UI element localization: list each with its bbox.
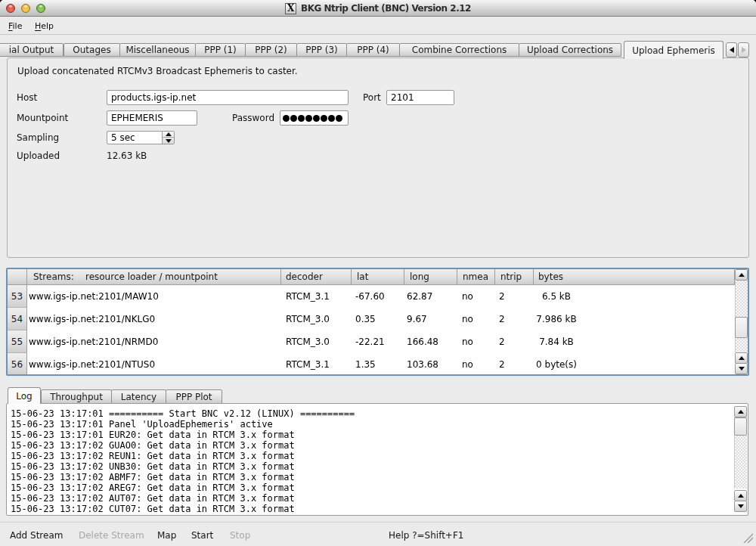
column-header-bytes[interactable]: bytes [534,269,735,285]
row-number: 54 [8,308,27,330]
scroll-up-button[interactable] [734,490,747,501]
cell-decoder: RTCM_3.1 [281,285,352,308]
tab-scroll-right-button[interactable] [738,42,749,57]
log-scrollbar[interactable] [734,405,747,514]
menu-help[interactable]: Help [35,21,54,31]
mountpoint-input[interactable]: EPHEMERIS [107,110,197,126]
port-input[interactable]: 2101 [386,90,454,105]
sampling-value: 5 sec [111,132,135,143]
tab-scroll-left-button[interactable] [726,42,737,57]
scrollbar-thumb[interactable] [734,417,747,436]
spin-up-button[interactable] [163,132,175,138]
tab-ppp-3[interactable]: PPP (3) [296,43,347,57]
help-button[interactable]: Help ?=Shift+F1 [389,530,463,541]
password-dot [290,115,297,122]
scroll-up-button[interactable] [734,406,747,417]
tab-upload-corrections[interactable]: Upload Corrections [519,43,621,57]
cell-ntrip: 2 [495,285,534,308]
size-grip[interactable] [741,531,753,543]
host-label: Host [17,92,37,103]
column-header-streams[interactable]: Streams: resource loader / mountpoint [27,269,281,285]
mnemonic-underline: F [8,21,13,31]
column-header-ntrip[interactable]: ntrip [495,269,534,285]
title-area: X BKG Ntrip Client (BNC) Version 2.12 [0,0,756,17]
up-arrow-icon [738,494,744,498]
panel-description: Upload concatenated RTCMv3 Broadcast Eph… [17,66,298,76]
map-button[interactable]: Map [157,530,176,541]
password-dot [313,115,320,122]
cell-mountpoint: www.igs-ip.net:2101/NTUS0 [27,353,281,374]
password-label: Password [232,113,274,123]
sampling-spinbox[interactable]: 5 sec [107,131,175,144]
cell-nmea: no [457,353,495,374]
row-number: 55 [8,330,27,353]
menu-file[interactable]: File [8,21,22,31]
scrollbar-thumb[interactable] [735,317,748,338]
log-tab-ppp-plot[interactable]: PPP Plot [166,389,222,404]
stream-row-53[interactable]: 53www.igs-ip.net:2101/MAW10RTCM_3.1-67.6… [8,285,735,308]
cell-ntrip: 2 [495,308,534,330]
sampling-label: Sampling [17,132,59,143]
add-stream-button[interactable]: Add Stream [10,530,63,541]
cell-long: 9.67 [404,308,457,330]
stream-row-56[interactable]: 56www.igs-ip.net:2101/NTUS0RTCM_3.11.351… [8,353,735,374]
left-arrow-icon [730,47,734,53]
password-dot [321,115,327,122]
scroll-up-button[interactable] [735,269,748,281]
password-dot [305,115,312,122]
column-header-decoder[interactable]: decoder [281,269,352,285]
cell-mountpoint: www.igs-ip.net:2101/MAW10 [27,285,281,308]
cell-long: 62.87 [404,285,457,308]
tab-outages[interactable]: Outages [64,43,120,57]
start-button[interactable]: Start [191,530,213,541]
streams-scrollbar[interactable] [735,269,748,374]
cell-long: 103.68 [404,353,457,374]
down-arrow-icon [166,139,172,143]
column-header-lat[interactable]: lat [352,269,404,285]
tab-ppp-4[interactable]: PPP (4) [346,43,400,57]
tab-ppp-2[interactable]: PPP (2) [245,43,297,57]
tab-ial-output[interactable]: ial Output [0,43,64,57]
tab-miscellaneous[interactable]: Miscellaneous [119,43,196,57]
log-tab-latency[interactable]: Latency [111,389,166,404]
scroll-down-button[interactable] [735,363,748,374]
cell-decoder: RTCM_3.0 [281,308,352,330]
log-text: 15-06-23 13:17:01 ========== Start BNC v… [11,408,733,514]
bottom-button-bar: Add StreamDelete StreamMapStartStopHelp … [0,522,756,546]
cell-long: 166.48 [404,330,457,353]
log-line: 15-06-23 13:17:01 EUR20: Get data in RTC… [11,430,733,440]
cell-bytes: 0 byte(s) [534,353,735,374]
row-number: 53 [8,285,27,308]
column-header-nmea[interactable]: nmea [457,269,495,285]
tab-upload-ephemeris[interactable]: Upload Ephemeris [624,41,723,59]
stream-row-55[interactable]: 55www.igs-ip.net:2101/NRMD0RTCM_3.0-22.2… [8,330,735,353]
column-header-long[interactable]: long [404,269,457,285]
tab-ppp-1[interactable]: PPP (1) [195,43,246,57]
cell-lat: -67.60 [352,285,404,308]
log-line: 15-06-23 13:17:02 GUAO0: Get data in RTC… [11,440,733,451]
log-tab-log[interactable]: Log [8,387,41,404]
host-input[interactable]: products.igs-ip.net [107,90,349,105]
tab-combine-corrections[interactable]: Combine Corrections [399,43,519,57]
row-number: 56 [8,353,27,374]
cell-ntrip: 2 [495,330,534,353]
scroll-up-button[interactable] [735,352,748,364]
header-corner[interactable] [8,269,27,285]
cell-decoder: RTCM_3.1 [281,353,352,374]
cell-bytes-text: 7.986 kB [534,314,579,324]
log-line: 15-06-23 13:17:02 AREG7: Get data in RTC… [11,482,733,493]
password-input[interactable] [280,110,349,126]
right-arrow-icon [742,47,746,53]
menu-bar: FileHelp [0,17,756,35]
stream-row-54[interactable]: 54www.igs-ip.net:2101/NKLG0RTCM_3.00.359… [8,308,735,330]
delete-stream-button: Delete Stream [79,530,144,541]
log-tab-throughput[interactable]: Throughput [41,389,112,404]
scroll-down-button[interactable] [734,501,747,512]
spin-down-button[interactable] [163,138,175,144]
cell-bytes-text: 7.84 kB [534,337,579,347]
cell-bytes: 6.5 kB [534,285,735,308]
cell-nmea: no [457,330,495,353]
spinner-buttons [162,132,174,144]
cell-bytes-text: 6.5 kB [534,291,579,302]
x11-app-icon: X [285,3,296,14]
